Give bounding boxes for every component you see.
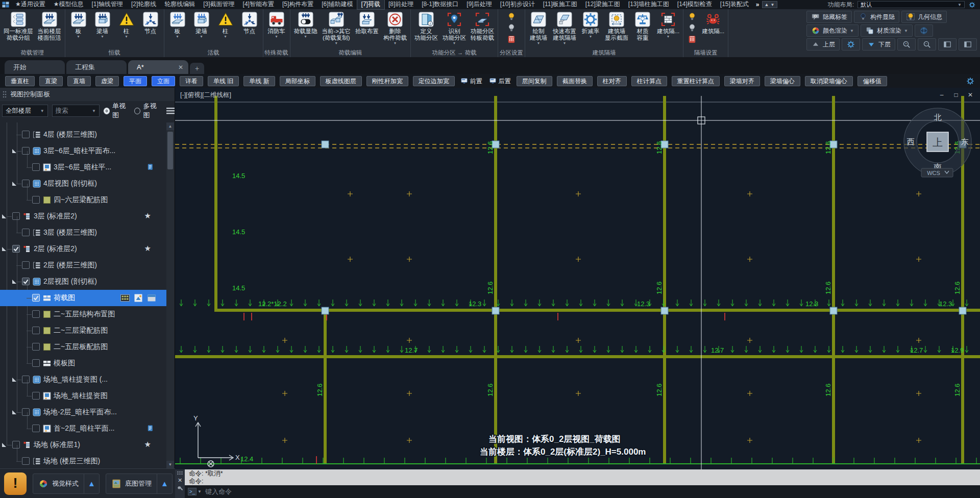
- tree-expander-icon[interactable]: [12, 378, 16, 382]
- tree-item[interactable]: 2层 (标准层2)★: [0, 241, 166, 257]
- ribbon-button[interactable]: 绘制 建筑墙▾: [527, 10, 550, 46]
- visibility-checkbox[interactable]: [32, 392, 40, 400]
- star-icon[interactable]: ★: [144, 211, 151, 220]
- ribbon-button[interactable]: 当前楼层 楼面恒活: [36, 10, 63, 42]
- ribbon-button[interactable]: 建筑墙 显示截面: [603, 10, 630, 42]
- visibility-checkbox[interactable]: [32, 310, 40, 318]
- visual-style-button[interactable]: 视觉样式: [33, 479, 84, 489]
- menu-item[interactable]: [8]前处理: [384, 0, 418, 9]
- visibility-checkbox[interactable]: [32, 163, 40, 171]
- beam[interactable]: [216, 309, 980, 312]
- ribbon-button[interactable]: 板▾: [67, 10, 90, 39]
- menu-item[interactable]: [9]后处理: [462, 0, 496, 9]
- visibility-checkbox[interactable]: [22, 376, 30, 383]
- ribbon-tool-button[interactable]: 材质渲染▼: [861, 24, 913, 37]
- view-compass[interactable]: 北南西东上: [904, 108, 971, 176]
- ribbon-button[interactable]: 删除 构件荷载▾: [381, 10, 409, 46]
- wrench-icon[interactable]: [177, 486, 183, 492]
- tree-item[interactable]: 2层视图 (剖切框): [0, 273, 166, 290]
- toolbar-button[interactable]: 局部坐标: [280, 76, 315, 86]
- compass-east[interactable]: 东: [961, 137, 969, 146]
- menu-item[interactable]: [13]墙柱施工图: [624, 0, 673, 9]
- search-dropdown[interactable]: 搜索▼: [52, 105, 100, 117]
- toolbar-button[interactable]: 单线 新: [243, 76, 275, 86]
- menu-item[interactable]: [15]装配式: [716, 0, 753, 9]
- menu-overflow-icon[interactable]: »: [753, 1, 762, 8]
- command-grip-icon[interactable]: [177, 471, 183, 475]
- beam[interactable]: [663, 96, 666, 464]
- ribbon-button[interactable]: 消防车▾: [265, 10, 288, 39]
- ribbon-button[interactable]: 板▾: [166, 10, 189, 39]
- ribbon-button[interactable]: 节点: [139, 10, 162, 36]
- toolbar-button[interactable]: 立面: [152, 76, 175, 86]
- ribbon-tool-icon-button[interactable]: +: [897, 38, 916, 51]
- ribbon-tool-button[interactable]: 颜色渲染▼: [806, 24, 859, 37]
- menu-item[interactable]: [11]板施工图: [539, 0, 581, 9]
- trash-icon[interactable]: [506, 34, 517, 44]
- compass-west[interactable]: 西: [907, 137, 915, 146]
- add-tab-button[interactable]: +: [190, 63, 204, 74]
- star-icon[interactable]: ★: [144, 440, 151, 449]
- ribbon-tool-button[interactable]: 下层: [862, 38, 895, 51]
- ribbon-button[interactable]: 当前->其它 (荷载复制)▾: [320, 10, 353, 46]
- menu-item[interactable]: [5]构件布置: [278, 0, 317, 9]
- warning-button[interactable]: !: [4, 472, 27, 495]
- toolbar-button[interactable]: 垂直柱: [5, 76, 35, 86]
- ribbon-tool-icon-button[interactable]: [959, 38, 977, 51]
- ribbon-button[interactable]: 荷载显隐▾: [292, 10, 320, 39]
- tree-item[interactable]: 4层视图 (剖切框): [0, 176, 166, 192]
- ribbon-button[interactable]: 柱▾: [214, 10, 237, 39]
- menu-item[interactable]: [6]辅助建模: [317, 0, 357, 9]
- tree-item[interactable]: 场地 (楼层三维图): [0, 453, 166, 468]
- panel-grip-icon[interactable]: [3, 91, 7, 98]
- ribbon-tool-button[interactable]: 隐藏标签: [806, 11, 852, 23]
- document-tab[interactable]: A*✕: [128, 60, 188, 74]
- compass-north[interactable]: 北: [934, 113, 942, 121]
- toolbar-button[interactable]: 详看: [180, 76, 203, 86]
- document-tab[interactable]: 工程集: [66, 60, 127, 74]
- visibility-checkbox[interactable]: [12, 441, 20, 449]
- toolbar-button[interactable]: 梁墙对齐: [724, 76, 760, 86]
- toolbar-button[interactable]: 直梁: [39, 76, 63, 86]
- command-prompt-icon[interactable]: >_▼: [188, 488, 202, 495]
- ribbon-button[interactable]: 功能分区 转板荷载: [469, 10, 496, 42]
- minimize-icon[interactable]: –: [940, 91, 944, 98]
- column-marker[interactable]: [492, 307, 499, 314]
- toolbar-button[interactable]: 前置: [459, 76, 483, 86]
- bulb-y-icon[interactable]: [506, 12, 517, 22]
- toolbar-button[interactable]: 定位边加宽: [413, 76, 455, 86]
- beam[interactable]: [832, 96, 835, 464]
- visibility-checkbox[interactable]: [22, 131, 30, 138]
- menu-item[interactable]: [7]荷载: [357, 0, 384, 9]
- ribbon-tool-icon-button[interactable]: [842, 38, 860, 51]
- command-history[interactable]: 命令: *取消* 命令:: [185, 469, 980, 485]
- close-icon[interactable]: ✕: [178, 478, 182, 483]
- panel-header[interactable]: 视图控制面板: [0, 88, 175, 101]
- toolbar-button[interactable]: 梁墙偏心: [765, 76, 800, 86]
- column-marker[interactable]: [322, 141, 329, 148]
- ribbon-tool-button[interactable]: 几何信息: [901, 11, 947, 23]
- visibility-checkbox[interactable]: [32, 359, 40, 367]
- ribbon-button[interactable]: 材质 容重: [631, 10, 654, 42]
- column-marker[interactable]: [322, 307, 329, 314]
- drawing-canvas[interactable]: 14.514.514.512.2*12.212.312.312.312.312.…: [175, 88, 980, 498]
- view-panel-icon[interactable]: [147, 293, 156, 303]
- visibility-checkbox[interactable]: [22, 408, 30, 416]
- visibility-checkbox[interactable]: [32, 425, 40, 432]
- toolbar-button[interactable]: 截面替换: [557, 76, 593, 86]
- tree-item[interactable]: 二~三层梁配筋图: [0, 322, 166, 339]
- ribbon-button[interactable]: 建筑隔...▾: [655, 10, 681, 39]
- toolbar-settings-gear-icon[interactable]: [966, 77, 975, 86]
- column-marker[interactable]: [959, 307, 966, 314]
- ribbon-button[interactable]: 识别 功能分区▾: [440, 10, 468, 46]
- ribbon-button[interactable]: 柱▾: [115, 10, 138, 39]
- base-map-button[interactable]: 底图管理: [106, 479, 157, 489]
- tree-expander-icon[interactable]: [2, 247, 6, 251]
- toolbar-button[interactable]: 层间复制: [517, 76, 552, 86]
- column-marker[interactable]: [661, 307, 668, 314]
- ribbon-button[interactable]: 建筑隔...: [700, 10, 726, 36]
- ribbon-tool-button[interactable]: 构件显隐: [854, 11, 899, 23]
- tree-item[interactable]: 3层~6层_暗柱平面布...: [0, 143, 166, 159]
- tree-item[interactable]: 3层~6层_暗柱平...: [0, 159, 166, 176]
- view-sheet-icon[interactable]: [134, 293, 143, 303]
